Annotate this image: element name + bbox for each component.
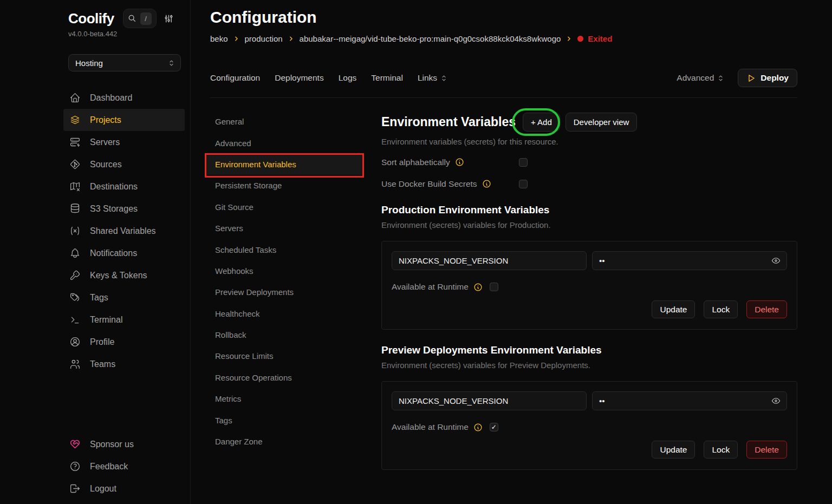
server-icon bbox=[69, 136, 81, 148]
adjustments-icon[interactable] bbox=[164, 14, 174, 24]
subnav-item-git-source[interactable]: Git Source bbox=[206, 197, 363, 218]
update-button[interactable]: Update bbox=[652, 300, 695, 318]
subnav-item-environment-variables[interactable]: Environment Variables bbox=[206, 154, 363, 175]
subnav-item-general[interactable]: General bbox=[206, 111, 363, 132]
tag-icon bbox=[69, 292, 81, 303]
sidebar-item-feedback[interactable]: Feedback bbox=[63, 455, 185, 477]
sidebar-item-notifications[interactable]: Notifications bbox=[63, 242, 185, 264]
breadcrumb-project[interactable]: beko bbox=[210, 34, 228, 43]
sidebar-item-label: Destinations bbox=[90, 182, 138, 192]
subnav-item-rollback[interactable]: Rollback bbox=[206, 324, 363, 345]
variable-icon bbox=[69, 225, 81, 237]
sort-alphabetically-label: Sort alphabetically bbox=[381, 158, 450, 167]
sidebar-item-label: Tags bbox=[90, 293, 108, 303]
sort-alphabetically-checkbox[interactable] bbox=[519, 158, 528, 167]
developer-view-button[interactable]: Developer view bbox=[566, 113, 638, 132]
env-var-name-input[interactable] bbox=[392, 391, 587, 410]
env-var-name-input[interactable] bbox=[392, 251, 587, 270]
heart-handshake-icon bbox=[69, 438, 81, 450]
map-icon bbox=[69, 181, 81, 192]
sidebar-item-label: Profile bbox=[90, 337, 114, 347]
lock-button[interactable]: Lock bbox=[704, 300, 738, 318]
env-var-value-input[interactable] bbox=[592, 391, 787, 410]
tab-configuration[interactable]: Configuration bbox=[210, 73, 260, 83]
brand-row: Coolify / bbox=[68, 9, 183, 28]
sidebar-nav: Dashboard Projects Servers Sources Desti… bbox=[0, 87, 190, 375]
advanced-dropdown[interactable]: Advanced bbox=[677, 73, 725, 83]
slash-shortcut-key: / bbox=[140, 12, 152, 25]
sidebar-item-servers[interactable]: Servers bbox=[63, 131, 185, 153]
sidebar: Coolify / v4.0.0-beta.442 Hosting Dashbo… bbox=[0, 0, 191, 504]
subnav-item-persistent-storage[interactable]: Persistent Storage bbox=[206, 175, 363, 196]
env-vars-panel: Environment Variables + Add Developer vi… bbox=[381, 111, 797, 470]
bell-icon bbox=[69, 247, 81, 259]
update-button[interactable]: Update bbox=[652, 441, 695, 459]
available-at-runtime-label: Available at Runtime bbox=[392, 282, 469, 292]
sidebar-item-label: Sponsor us bbox=[90, 440, 134, 449]
status-text: Exited bbox=[588, 34, 612, 43]
available-at-runtime-checkbox[interactable] bbox=[490, 283, 498, 291]
sidebar-item-tags[interactable]: Tags bbox=[63, 286, 185, 309]
sidebar-item-profile[interactable]: Profile bbox=[63, 331, 185, 353]
sidebar-item-s3-storages[interactable]: S3 Storages bbox=[63, 198, 185, 220]
subnav-item-tags[interactable]: Tags bbox=[206, 409, 363, 430]
breadcrumb-resource[interactable]: abubakar--meigag/vid-tube-beko-pro:main-… bbox=[300, 34, 561, 43]
subnav-item-preview-deployments[interactable]: Preview Deployments bbox=[206, 282, 363, 303]
subnav-item-resource-operations[interactable]: Resource Operations bbox=[206, 367, 363, 388]
tab-links[interactable]: Links bbox=[418, 73, 448, 83]
tab-terminal[interactable]: Terminal bbox=[371, 73, 403, 83]
breadcrumb-environment[interactable]: production bbox=[245, 34, 283, 43]
database-icon bbox=[69, 203, 81, 214]
delete-button[interactable]: Delete bbox=[746, 441, 787, 459]
add-variable-button[interactable]: + Add bbox=[523, 113, 560, 132]
subnav-item-webhooks[interactable]: Webhooks bbox=[206, 260, 363, 282]
sidebar-item-sponsor-us[interactable]: Sponsor us bbox=[63, 433, 185, 455]
team-selector-value: Hosting bbox=[75, 58, 103, 68]
env-var-value-input[interactable] bbox=[592, 251, 787, 270]
sidebar-item-label: Notifications bbox=[90, 248, 137, 258]
eye-icon[interactable] bbox=[771, 256, 781, 266]
sidebar-item-shared-variables[interactable]: Shared Variables bbox=[63, 220, 185, 242]
sidebar-item-terminal[interactable]: Terminal bbox=[63, 309, 185, 331]
main-column: Configuration beko production abubakar--… bbox=[191, 0, 832, 504]
subnav-item-servers[interactable]: Servers bbox=[206, 218, 363, 239]
sidebar-item-teams[interactable]: Teams bbox=[63, 353, 185, 375]
docker-build-secrets-label: Use Docker Build Secrets bbox=[381, 179, 477, 189]
team-selector[interactable]: Hosting bbox=[68, 54, 181, 71]
subnav-item-metrics[interactable]: Metrics bbox=[206, 388, 363, 409]
available-at-runtime-checkbox[interactable] bbox=[490, 423, 498, 431]
tab-deployments[interactable]: Deployments bbox=[275, 73, 323, 83]
info-icon bbox=[482, 179, 491, 188]
tab-logs[interactable]: Logs bbox=[339, 73, 357, 83]
sidebar-item-logout[interactable]: Logout bbox=[63, 477, 185, 500]
lock-button[interactable]: Lock bbox=[704, 441, 738, 459]
status-dot-icon bbox=[577, 36, 583, 42]
subnav-item-scheduled-tasks[interactable]: Scheduled Tasks bbox=[206, 239, 363, 260]
sidebar-item-dashboard[interactable]: Dashboard bbox=[63, 87, 185, 109]
delete-button[interactable]: Delete bbox=[746, 300, 787, 318]
play-icon bbox=[746, 74, 756, 83]
app-version: v4.0.0-beta.442 bbox=[68, 30, 190, 38]
sidebar-item-destinations[interactable]: Destinations bbox=[63, 175, 185, 198]
sidebar-item-label: Projects bbox=[90, 115, 121, 125]
deploy-button[interactable]: Deploy bbox=[738, 69, 797, 87]
logout-icon bbox=[69, 483, 81, 494]
sidebar-item-sources[interactable]: Sources bbox=[63, 153, 185, 175]
search-button[interactable]: / bbox=[123, 9, 157, 28]
sidebar-item-keys-tokens[interactable]: Keys & Tokens bbox=[63, 264, 185, 286]
production-section-subtitle: Environment (secrets) variables for Prod… bbox=[381, 220, 797, 230]
docker-build-secrets-checkbox[interactable] bbox=[519, 180, 528, 188]
eye-icon[interactable] bbox=[771, 396, 781, 406]
sidebar-item-label: S3 Storages bbox=[90, 204, 138, 214]
sidebar-item-label: Shared Variables bbox=[90, 226, 156, 236]
subnav-item-resource-limits[interactable]: Resource Limits bbox=[206, 345, 363, 366]
chevron-updown-icon bbox=[717, 74, 725, 82]
section-title: Environment Variables bbox=[381, 115, 516, 129]
subnav-item-danger-zone[interactable]: Danger Zone bbox=[206, 431, 363, 452]
page-title: Configuration bbox=[210, 8, 797, 27]
chevron-right-icon bbox=[566, 35, 573, 42]
terminal-icon bbox=[69, 314, 81, 325]
subnav-item-healthcheck[interactable]: Healthcheck bbox=[206, 303, 363, 324]
sidebar-item-projects[interactable]: Projects bbox=[63, 109, 185, 131]
subnav-item-advanced[interactable]: Advanced bbox=[206, 132, 363, 153]
